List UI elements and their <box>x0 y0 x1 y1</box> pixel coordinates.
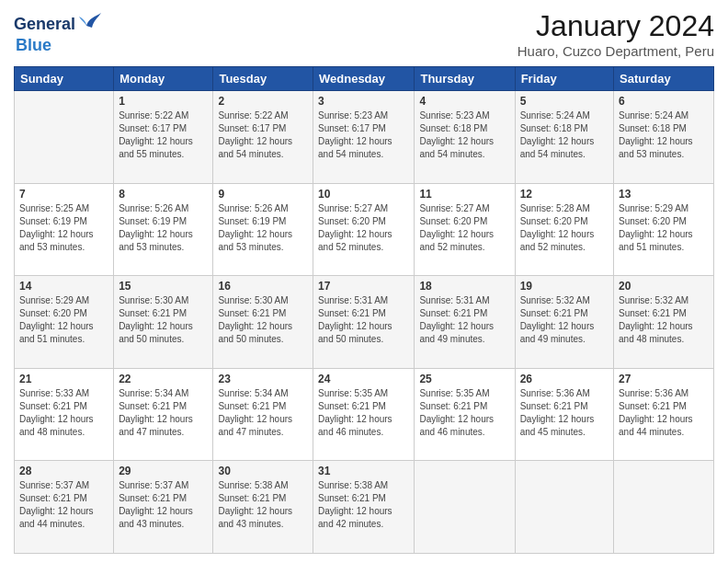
calendar-week-row: 21Sunrise: 5:33 AM Sunset: 6:21 PM Dayli… <box>15 368 714 461</box>
day-number: 21 <box>19 373 108 385</box>
page: General Blue January 2024 Huaro, Cuzco D… <box>0 0 728 563</box>
calendar-cell: 8Sunrise: 5:26 AM Sunset: 6:19 PM Daylig… <box>114 183 213 276</box>
weekday-header-wednesday: Wednesday <box>313 67 415 91</box>
day-info: Sunrise: 5:30 AM Sunset: 6:21 PM Dayligh… <box>218 294 308 346</box>
calendar-cell: 1Sunrise: 5:22 AM Sunset: 6:17 PM Daylig… <box>114 91 213 184</box>
calendar-cell <box>415 461 515 554</box>
weekday-header-monday: Monday <box>114 67 213 91</box>
calendar-cell: 21Sunrise: 5:33 AM Sunset: 6:21 PM Dayli… <box>15 368 114 461</box>
calendar-cell: 26Sunrise: 5:36 AM Sunset: 6:21 PM Dayli… <box>515 368 613 461</box>
day-info: Sunrise: 5:27 AM Sunset: 6:20 PM Dayligh… <box>419 202 509 254</box>
day-info: Sunrise: 5:35 AM Sunset: 6:21 PM Dayligh… <box>318 387 409 439</box>
day-info: Sunrise: 5:31 AM Sunset: 6:21 PM Dayligh… <box>419 294 509 346</box>
day-number: 1 <box>119 95 208 108</box>
day-number: 15 <box>119 280 208 293</box>
day-number: 12 <box>520 188 609 201</box>
day-info: Sunrise: 5:37 AM Sunset: 6:21 PM Dayligh… <box>119 479 208 531</box>
calendar-cell: 29Sunrise: 5:37 AM Sunset: 6:21 PM Dayli… <box>114 461 213 554</box>
day-info: Sunrise: 5:34 AM Sunset: 6:21 PM Dayligh… <box>119 387 208 439</box>
day-number: 29 <box>119 465 208 477</box>
calendar-cell: 22Sunrise: 5:34 AM Sunset: 6:21 PM Dayli… <box>114 368 213 461</box>
day-number: 23 <box>218 373 308 385</box>
logo-blue: Blue <box>16 37 51 55</box>
day-info: Sunrise: 5:32 AM Sunset: 6:21 PM Dayligh… <box>520 294 609 346</box>
weekday-header-friday: Friday <box>515 67 613 91</box>
calendar-cell: 20Sunrise: 5:32 AM Sunset: 6:21 PM Dayli… <box>614 276 714 369</box>
main-title: January 2024 <box>518 9 714 43</box>
day-info: Sunrise: 5:29 AM Sunset: 6:20 PM Dayligh… <box>619 202 709 254</box>
day-info: Sunrise: 5:31 AM Sunset: 6:21 PM Dayligh… <box>318 294 409 346</box>
calendar-cell: 30Sunrise: 5:38 AM Sunset: 6:21 PM Dayli… <box>213 461 313 554</box>
day-info: Sunrise: 5:38 AM Sunset: 6:21 PM Dayligh… <box>318 479 409 531</box>
calendar-week-row: 28Sunrise: 5:37 AM Sunset: 6:21 PM Dayli… <box>15 461 714 554</box>
calendar-cell: 18Sunrise: 5:31 AM Sunset: 6:21 PM Dayli… <box>415 276 515 369</box>
calendar-cell: 5Sunrise: 5:24 AM Sunset: 6:18 PM Daylig… <box>515 91 613 184</box>
calendar-cell: 7Sunrise: 5:25 AM Sunset: 6:19 PM Daylig… <box>15 183 114 276</box>
day-info: Sunrise: 5:38 AM Sunset: 6:21 PM Dayligh… <box>218 479 308 531</box>
day-number: 27 <box>619 373 709 385</box>
day-info: Sunrise: 5:28 AM Sunset: 6:20 PM Dayligh… <box>520 202 609 254</box>
day-number: 9 <box>218 188 308 201</box>
day-number: 25 <box>419 373 509 385</box>
day-number: 11 <box>419 188 509 201</box>
day-info: Sunrise: 5:30 AM Sunset: 6:21 PM Dayligh… <box>119 294 208 346</box>
day-number: 13 <box>619 188 709 201</box>
calendar-cell: 3Sunrise: 5:23 AM Sunset: 6:17 PM Daylig… <box>313 91 415 184</box>
day-info: Sunrise: 5:24 AM Sunset: 6:18 PM Dayligh… <box>520 109 609 161</box>
day-info: Sunrise: 5:35 AM Sunset: 6:21 PM Dayligh… <box>419 387 509 439</box>
day-number: 5 <box>520 95 609 108</box>
day-number: 19 <box>520 280 609 293</box>
calendar-cell: 24Sunrise: 5:35 AM Sunset: 6:21 PM Dayli… <box>313 368 415 461</box>
day-number: 14 <box>19 280 108 293</box>
day-info: Sunrise: 5:23 AM Sunset: 6:18 PM Dayligh… <box>419 109 509 161</box>
calendar-cell: 19Sunrise: 5:32 AM Sunset: 6:21 PM Dayli… <box>515 276 613 369</box>
day-info: Sunrise: 5:27 AM Sunset: 6:20 PM Dayligh… <box>318 202 409 254</box>
day-info: Sunrise: 5:22 AM Sunset: 6:17 PM Dayligh… <box>218 109 308 161</box>
day-info: Sunrise: 5:22 AM Sunset: 6:17 PM Dayligh… <box>119 109 208 161</box>
calendar-week-row: 14Sunrise: 5:29 AM Sunset: 6:20 PM Dayli… <box>15 276 714 369</box>
logo-bird-icon <box>77 9 103 40</box>
calendar-cell: 14Sunrise: 5:29 AM Sunset: 6:20 PM Dayli… <box>15 276 114 369</box>
calendar-cell: 4Sunrise: 5:23 AM Sunset: 6:18 PM Daylig… <box>415 91 515 184</box>
day-number: 4 <box>419 95 509 108</box>
logo: General Blue <box>14 9 103 55</box>
calendar-week-row: 7Sunrise: 5:25 AM Sunset: 6:19 PM Daylig… <box>15 183 714 276</box>
day-info: Sunrise: 5:37 AM Sunset: 6:21 PM Dayligh… <box>19 479 108 531</box>
calendar-cell <box>515 461 613 554</box>
day-info: Sunrise: 5:25 AM Sunset: 6:19 PM Dayligh… <box>19 202 108 254</box>
day-number: 30 <box>218 465 308 477</box>
day-number: 10 <box>318 188 409 201</box>
calendar-cell: 16Sunrise: 5:30 AM Sunset: 6:21 PM Dayli… <box>213 276 313 369</box>
day-info: Sunrise: 5:29 AM Sunset: 6:20 PM Dayligh… <box>19 294 108 346</box>
day-number: 22 <box>119 373 208 385</box>
day-info: Sunrise: 5:26 AM Sunset: 6:19 PM Dayligh… <box>119 202 208 254</box>
calendar-cell <box>614 461 714 554</box>
day-number: 18 <box>419 280 509 293</box>
calendar-cell: 31Sunrise: 5:38 AM Sunset: 6:21 PM Dayli… <box>313 461 415 554</box>
weekday-header-row: SundayMondayTuesdayWednesdayThursdayFrid… <box>15 67 714 91</box>
day-number: 3 <box>318 95 409 108</box>
logo-general: General <box>14 16 75 34</box>
weekday-header-thursday: Thursday <box>415 67 515 91</box>
day-number: 17 <box>318 280 409 293</box>
day-number: 8 <box>119 188 208 201</box>
calendar-cell: 11Sunrise: 5:27 AM Sunset: 6:20 PM Dayli… <box>415 183 515 276</box>
day-number: 2 <box>218 95 308 108</box>
day-number: 7 <box>19 188 108 201</box>
calendar-cell <box>15 91 114 184</box>
calendar-cell: 23Sunrise: 5:34 AM Sunset: 6:21 PM Dayli… <box>213 368 313 461</box>
day-info: Sunrise: 5:33 AM Sunset: 6:21 PM Dayligh… <box>19 387 108 439</box>
calendar-cell: 15Sunrise: 5:30 AM Sunset: 6:21 PM Dayli… <box>114 276 213 369</box>
calendar-cell: 28Sunrise: 5:37 AM Sunset: 6:21 PM Dayli… <box>15 461 114 554</box>
day-number: 28 <box>19 465 108 477</box>
weekday-header-saturday: Saturday <box>614 67 714 91</box>
calendar-cell: 12Sunrise: 5:28 AM Sunset: 6:20 PM Dayli… <box>515 183 613 276</box>
day-info: Sunrise: 5:26 AM Sunset: 6:19 PM Dayligh… <box>218 202 308 254</box>
day-info: Sunrise: 5:23 AM Sunset: 6:17 PM Dayligh… <box>318 109 409 161</box>
subtitle: Huaro, Cuzco Department, Peru <box>518 43 714 59</box>
calendar-cell: 2Sunrise: 5:22 AM Sunset: 6:17 PM Daylig… <box>213 91 313 184</box>
day-number: 31 <box>318 465 409 477</box>
calendar-cell: 10Sunrise: 5:27 AM Sunset: 6:20 PM Dayli… <box>313 183 415 276</box>
calendar-week-row: 1Sunrise: 5:22 AM Sunset: 6:17 PM Daylig… <box>15 91 714 184</box>
day-info: Sunrise: 5:24 AM Sunset: 6:18 PM Dayligh… <box>619 109 709 161</box>
